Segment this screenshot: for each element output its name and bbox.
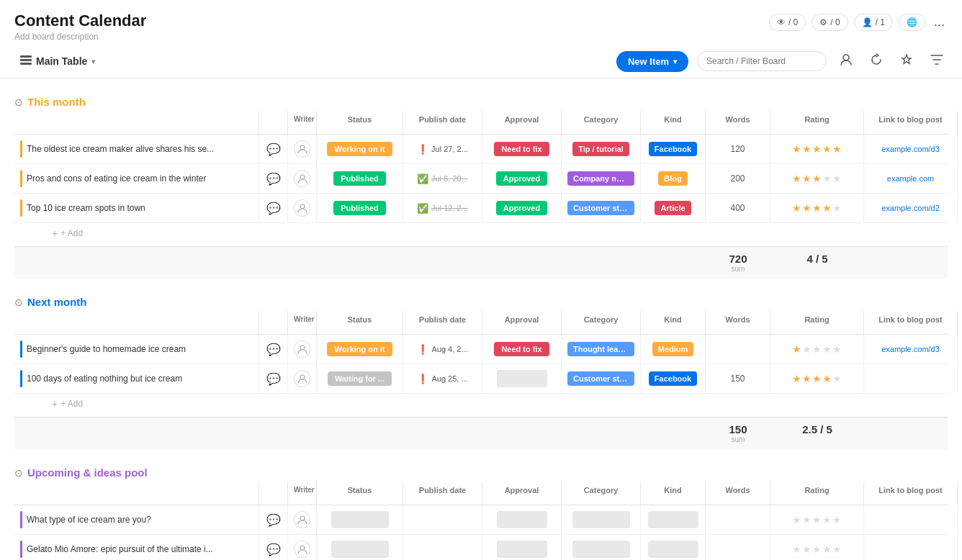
link-cell[interactable]: example.com/d2 (864, 194, 958, 222)
blog-link[interactable]: example.com (887, 174, 934, 183)
blog-link[interactable]: example.com/d3 (881, 145, 940, 153)
writer-cell[interactable] (288, 164, 317, 193)
approval-cell[interactable] (482, 535, 562, 560)
tags-cell[interactable] (958, 194, 962, 222)
writer-cell[interactable] (288, 135, 317, 163)
comment-icon[interactable]: 💬 (266, 343, 281, 356)
comment-cell[interactable]: 💬 (259, 164, 288, 193)
approval-cell[interactable]: Approved (482, 194, 562, 222)
category-cell[interactable]: Company news (562, 164, 641, 193)
approval-cell[interactable]: Need to fix (482, 335, 562, 363)
link-cell[interactable] (864, 364, 958, 393)
group-chevron[interactable]: ⊙ (14, 297, 23, 308)
group-title[interactable]: This month (27, 96, 86, 108)
table-selector[interactable]: Main Table ▾ (14, 53, 101, 71)
category-cell[interactable] (562, 505, 641, 534)
comment-cell[interactable]: 💬 (259, 335, 288, 363)
filter-btn[interactable] (926, 52, 948, 71)
comment-icon[interactable]: 💬 (266, 513, 281, 527)
rating-cell[interactable]: ★★★★★ (770, 505, 864, 534)
approval-cell[interactable] (482, 364, 562, 393)
link-cell[interactable] (864, 505, 958, 534)
tags-cell[interactable] (958, 535, 962, 560)
avatar[interactable] (294, 340, 310, 358)
person-counter-btn[interactable]: 👤 / 1 (854, 14, 893, 31)
writer-cell[interactable] (288, 535, 317, 560)
category-cell[interactable]: Customer story (562, 194, 641, 222)
tags-cell[interactable] (958, 364, 962, 393)
status-cell[interactable] (317, 505, 403, 534)
comment-icon[interactable]: 💬 (266, 543, 281, 556)
comment-cell[interactable]: 💬 (259, 535, 288, 560)
comment-icon[interactable]: 💬 (266, 202, 281, 215)
avatar[interactable] (294, 199, 310, 217)
comment-cell[interactable]: 💬 (259, 194, 288, 222)
globe-btn[interactable]: 🌐 (899, 14, 925, 31)
approval-cell[interactable]: Approved (482, 164, 562, 193)
approval-cell[interactable] (482, 505, 562, 534)
kind-cell[interactable]: Article (641, 194, 706, 222)
link-cell[interactable]: example.com/d3 (864, 335, 958, 363)
comment-cell[interactable]: 💬 (259, 364, 288, 393)
rating-cell[interactable]: ★★★★★ (770, 364, 864, 393)
avatar[interactable] (294, 370, 310, 387)
category-cell[interactable]: Thought leader... (562, 335, 641, 363)
approval-cell[interactable]: Need to fix (482, 135, 562, 163)
kind-cell[interactable]: Facebook (641, 135, 706, 163)
tags-cell[interactable] (958, 335, 962, 363)
avatar[interactable] (294, 170, 310, 187)
rating-cell[interactable]: ★★★★★ (770, 335, 864, 363)
kind-cell[interactable] (641, 535, 706, 560)
link-cell[interactable] (864, 535, 958, 560)
status-cell[interactable]: Working on it (317, 135, 403, 163)
group-chevron[interactable]: ⊙ (14, 96, 23, 108)
status-cell[interactable]: Published (317, 194, 403, 222)
status-cell[interactable] (317, 535, 403, 560)
pin-btn[interactable] (896, 50, 917, 72)
kind-cell[interactable]: Blog (641, 164, 706, 193)
rating-cell[interactable]: ★★★★★ (770, 135, 864, 163)
rating-cell[interactable]: ★★★★★ (770, 535, 864, 560)
kind-cell[interactable]: Medium (641, 335, 706, 363)
comment-icon[interactable]: 💬 (266, 143, 281, 156)
blog-link[interactable]: example.com/d3 (881, 345, 940, 353)
add-row[interactable]: + + Add (14, 223, 948, 243)
category-cell[interactable]: Customer story (562, 364, 641, 393)
eye-counter-btn[interactable]: 👁 / 0 (769, 14, 806, 31)
tags-cell[interactable] (958, 505, 962, 534)
tags-cell[interactable] (958, 135, 962, 163)
comment-icon[interactable]: 💬 (266, 172, 281, 186)
group-title[interactable]: Next month (27, 296, 87, 308)
writer-cell[interactable] (288, 505, 317, 534)
group-title[interactable]: Upcoming & ideas pool (27, 466, 148, 479)
writer-cell[interactable] (288, 194, 317, 222)
kind-cell[interactable]: Facebook (641, 364, 706, 393)
writer-cell[interactable] (288, 364, 317, 393)
link-cell[interactable]: example.com/d3 (864, 135, 958, 163)
category-cell[interactable]: Tip / tutorial (562, 135, 641, 163)
kind-cell[interactable] (641, 505, 706, 534)
refresh-btn[interactable] (866, 50, 887, 72)
tags-cell[interactable] (958, 164, 962, 193)
new-item-button[interactable]: New Item ▾ (616, 51, 688, 72)
avatar[interactable] (294, 140, 310, 158)
avatar[interactable] (294, 541, 310, 558)
rating-cell[interactable]: ★★★★★ (770, 164, 864, 193)
writer-cell[interactable] (288, 335, 317, 363)
comment-cell[interactable]: 💬 (259, 135, 288, 163)
rating-cell[interactable]: ★★★★★ (770, 194, 864, 222)
comment-cell[interactable]: 💬 (259, 505, 288, 534)
avatar[interactable] (294, 511, 310, 528)
status-cell[interactable]: Published (317, 164, 403, 193)
add-row[interactable]: + + Add (14, 394, 948, 414)
status-cell[interactable]: Waiting for ... (317, 364, 403, 393)
category-cell[interactable] (562, 535, 641, 560)
blog-link[interactable]: example.com/d2 (881, 204, 940, 212)
link-cell[interactable]: example.com (864, 164, 958, 193)
group-chevron[interactable]: ⊙ (14, 467, 23, 479)
person-filter-btn[interactable] (835, 50, 857, 72)
search-input[interactable] (697, 51, 827, 71)
share-counter-btn[interactable]: ⚙ / 0 (812, 14, 848, 31)
more-options-btn[interactable]: ... (931, 12, 948, 32)
comment-icon[interactable]: 💬 (266, 372, 281, 386)
